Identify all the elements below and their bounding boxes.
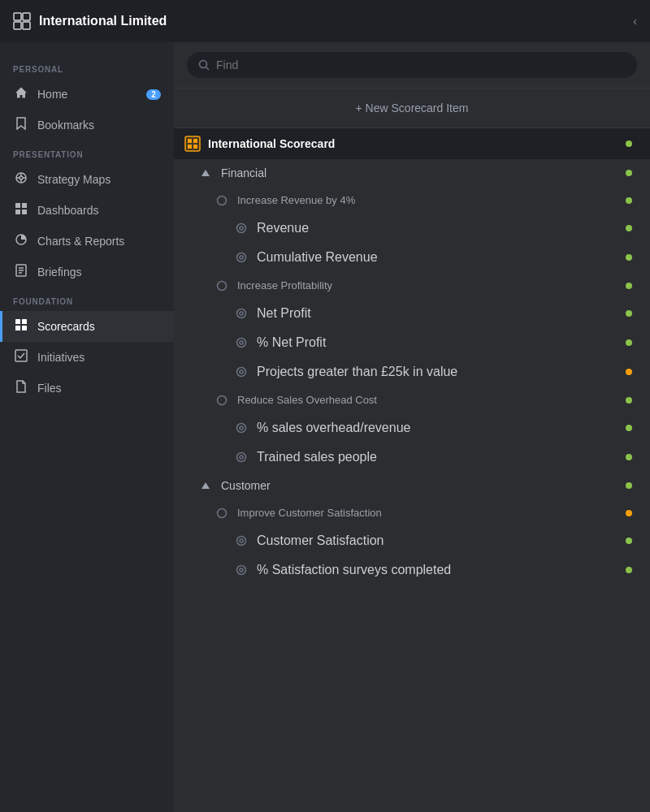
target-icon — [232, 366, 250, 378]
svg-point-54 — [240, 539, 243, 542]
tree-item-customer-satisfaction[interactable]: Customer Satisfaction — [174, 526, 650, 555]
svg-marker-33 — [202, 170, 210, 176]
svg-rect-21 — [22, 319, 27, 324]
status-dot — [626, 397, 632, 404]
sidebar-item-dashboards[interactable]: Dashboards — [0, 195, 174, 226]
tree-item-improve-customer-satisfaction[interactable]: Improve Customer Satisfaction — [174, 499, 650, 526]
customer-triangle-icon — [197, 481, 214, 490]
svg-rect-13 — [15, 209, 20, 214]
sidebar-item-bookmarks[interactable]: Bookmarks — [0, 110, 174, 140]
status-dot — [626, 254, 632, 261]
dashboards-icon — [13, 202, 29, 218]
sidebar-item-home[interactable]: Home 2 — [0, 79, 174, 110]
customer-label: Customer — [221, 479, 626, 492]
pct-net-profit-label: % Net Profit — [257, 335, 626, 350]
tree-item-financial[interactable]: Financial — [174, 159, 650, 187]
svg-rect-27 — [185, 136, 200, 151]
scorecard-label: International Scorecard — [208, 137, 626, 150]
status-dot — [626, 538, 632, 544]
tree-item-reduce-sales-overhead[interactable]: Reduce Sales Overhead Cost — [174, 387, 650, 413]
tree-list: International Scorecard Financial — [174, 128, 650, 812]
tree-item-net-profit[interactable]: Net Profit — [174, 299, 650, 328]
reduce-sales-overhead-label: Reduce Sales Overhead Cost — [237, 394, 626, 406]
charts-reports-icon — [13, 233, 29, 249]
circle-icon — [213, 508, 231, 519]
svg-point-42 — [237, 339, 246, 348]
cumulative-revenue-label: Cumulative Revenue — [257, 250, 626, 265]
tree-item-projects-25k[interactable]: Projects greater than £25k in value — [174, 357, 650, 387]
tree-item-increase-revenue[interactable]: Increase Revenue by 4% — [174, 187, 650, 214]
bookmarks-icon — [13, 117, 29, 133]
search-input[interactable] — [216, 58, 626, 71]
tree-item-customer[interactable]: Customer — [174, 472, 650, 499]
svg-rect-30 — [193, 139, 197, 143]
tree-item-pct-net-profit[interactable]: % Net Profit — [174, 328, 650, 357]
tree-item-increase-profitability[interactable]: Increase Profitability — [174, 272, 650, 299]
tree-item-sales-overhead-revenue[interactable]: % sales overhead/revenue — [174, 413, 650, 443]
status-dot — [626, 510, 632, 516]
top-bar: International Limited ‹ — [0, 0, 650, 42]
svg-rect-12 — [22, 203, 27, 208]
sidebar-item-strategy-maps[interactable]: Strategy Maps — [0, 164, 174, 195]
svg-point-37 — [237, 253, 246, 262]
sidebar-strategy-maps-label: Strategy Maps — [37, 173, 161, 186]
svg-rect-14 — [22, 209, 27, 214]
tree-item-trained-sales[interactable]: Trained sales people — [174, 443, 650, 472]
tree-item-cumulative-revenue[interactable]: Cumulative Revenue — [174, 243, 650, 272]
revenue-label: Revenue — [257, 221, 626, 235]
svg-point-35 — [237, 224, 246, 233]
new-scorecard-item-button[interactable]: + New Scorecard Item — [187, 97, 637, 119]
svg-point-36 — [240, 227, 243, 230]
initiatives-icon — [13, 349, 29, 365]
status-dot — [626, 310, 632, 317]
target-icon — [232, 222, 250, 234]
tree-item-revenue[interactable]: Revenue — [174, 214, 650, 243]
sidebar-briefings-label: Briefings — [37, 266, 161, 279]
target-icon — [232, 535, 250, 546]
sidebar-item-initiatives[interactable]: Initiatives — [0, 342, 174, 373]
search-icon — [198, 59, 210, 71]
collapse-icon[interactable]: ‹ — [633, 15, 637, 28]
top-bar-left: International Limited — [13, 12, 167, 30]
svg-point-39 — [218, 281, 227, 290]
tree-item-international-scorecard[interactable]: International Scorecard — [174, 128, 650, 159]
sidebar: PERSONAL Home 2 Bookmarks PRESENTATION — [0, 42, 174, 812]
svg-rect-23 — [22, 326, 27, 330]
new-item-bar: + New Scorecard Item — [174, 89, 650, 128]
svg-point-45 — [240, 370, 243, 374]
status-dot — [626, 425, 632, 431]
sidebar-item-charts-reports[interactable]: Charts & Reports — [0, 226, 174, 257]
tree-item-satisfaction-surveys[interactable]: % Satisfaction surveys completed — [174, 555, 650, 585]
satisfaction-surveys-label: % Satisfaction surveys completed — [257, 563, 626, 577]
sidebar-item-scorecards[interactable]: Scorecards — [0, 311, 174, 342]
target-icon — [232, 564, 250, 576]
svg-point-38 — [240, 256, 243, 259]
improve-customer-satisfaction-label: Improve Customer Satisfaction — [237, 507, 626, 519]
svg-point-40 — [237, 309, 246, 318]
increase-revenue-label: Increase Revenue by 4% — [237, 194, 626, 206]
svg-point-43 — [240, 341, 243, 344]
main-layout: PERSONAL Home 2 Bookmarks PRESENTATION — [0, 42, 650, 812]
search-input-wrap — [187, 52, 637, 78]
svg-point-50 — [240, 456, 243, 459]
svg-point-55 — [237, 566, 246, 575]
sidebar-initiatives-label: Initiatives — [37, 351, 161, 364]
target-icon — [232, 308, 250, 319]
briefings-icon — [13, 264, 29, 280]
app-icon — [13, 12, 31, 30]
scorecard-icon — [184, 136, 202, 152]
target-icon — [232, 252, 250, 263]
scorecards-icon — [13, 318, 29, 335]
svg-point-41 — [240, 312, 243, 315]
sidebar-section-foundation: FOUNDATION — [0, 287, 174, 311]
sidebar-item-briefings[interactable]: Briefings — [0, 257, 174, 287]
svg-point-46 — [218, 395, 227, 404]
sidebar-charts-reports-label: Charts & Reports — [37, 235, 161, 248]
status-dot — [626, 369, 632, 375]
home-badge: 2 — [146, 89, 161, 100]
sidebar-item-files[interactable]: Files — [0, 373, 174, 404]
status-dot — [626, 225, 632, 231]
svg-marker-51 — [202, 482, 210, 489]
svg-rect-2 — [14, 22, 21, 29]
projects-25k-label: Projects greater than £25k in value — [257, 365, 626, 379]
